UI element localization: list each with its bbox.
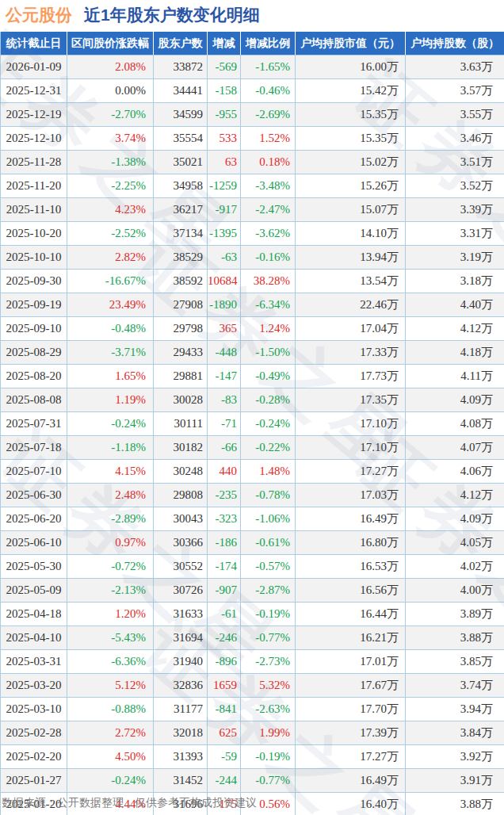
cell-avg-shares: 3.91万 [406, 769, 504, 793]
cell-avg-market-value: 16.40万 [296, 793, 406, 815]
cell-holder-count: 30726 [154, 579, 208, 603]
column-header-1: 区间股价涨跌幅 [67, 32, 154, 55]
table-header-row: 统计截止日区间股价涨跌幅股东户数增减增减比例户均持股市值（元）户均持股数（股） [1, 32, 504, 55]
cell-holder-count: 35554 [154, 127, 208, 151]
cell-change-ratio: -0.77% [241, 626, 296, 650]
cell-change: -917 [208, 198, 241, 222]
cell-avg-shares: 3.94万 [406, 698, 504, 721]
table-row: 2025-12-103.74%355545331.52%15.35万3.46万 [1, 127, 504, 151]
cell-holder-count: 31940 [154, 650, 208, 674]
cell-change: 365 [208, 317, 241, 341]
column-header-4: 增减比例 [241, 32, 296, 55]
column-header-5: 户均持股市值（元） [296, 32, 406, 55]
cell-date: 2025-05-09 [1, 579, 67, 603]
cell-avg-market-value: 16.80万 [296, 531, 406, 555]
cell-price-change: -16.67% [67, 270, 154, 293]
cell-price-change: -0.24% [67, 412, 154, 436]
cell-date: 2025-01-27 [1, 769, 67, 793]
cell-price-change: -2.13% [67, 579, 154, 603]
page-title: 公元股份近1年股东户数变化明细 [6, 4, 260, 26]
cell-date: 2025-07-31 [1, 412, 67, 436]
cell-avg-shares: 3.85万 [406, 650, 504, 674]
data-source-note: 数据来源：公开数据整理，仅供参考不构成投资建议 [2, 796, 257, 810]
cell-date: 2025-06-30 [1, 484, 67, 507]
cell-avg-shares: 3.63万 [406, 55, 504, 79]
cell-date: 2025-07-10 [1, 460, 67, 484]
cell-price-change: -2.52% [67, 222, 154, 246]
cell-holder-count: 29798 [154, 317, 208, 341]
cell-change-ratio: -0.16% [241, 246, 296, 270]
cell-price-change: 4.50% [67, 745, 154, 769]
cell-date: 2025-12-19 [1, 103, 67, 127]
table-row: 2025-04-10-5.43%31694-246-0.77%16.21万3.8… [1, 626, 504, 650]
cell-change-ratio: 1.48% [241, 460, 296, 484]
cell-date: 2025-11-20 [1, 174, 67, 198]
cell-change-ratio: -3.62% [241, 222, 296, 246]
cell-date: 2025-03-10 [1, 698, 67, 721]
cell-change-ratio: -2.73% [241, 650, 296, 674]
cell-date: 2025-04-18 [1, 603, 67, 626]
cell-holder-count: 34599 [154, 103, 208, 127]
shareholder-table: 统计截止日区间股价涨跌幅股东户数增减增减比例户均持股市值（元）户均持股数（股） … [0, 32, 504, 815]
cell-avg-market-value: 14.10万 [296, 222, 406, 246]
table-row: 2025-06-100.97%30366-186-0.61%16.80万4.05… [1, 531, 504, 555]
cell-price-change: 1.19% [67, 388, 154, 412]
table-row: 2025-07-31-0.24%30111-71-0.24%17.10万4.08… [1, 412, 504, 436]
cell-change: -63 [208, 246, 241, 270]
cell-holder-count: 29433 [154, 341, 208, 365]
cell-price-change: -2.25% [67, 174, 154, 198]
table-row: 2025-01-27-0.24%31452-244-0.77%16.49万3.9… [1, 769, 504, 793]
cell-date: 2025-11-28 [1, 151, 67, 174]
cell-change: 63 [208, 151, 241, 174]
cell-avg-shares: 4.07万 [406, 436, 504, 460]
cell-avg-shares: 4.06万 [406, 460, 504, 484]
cell-avg-shares: 4.02万 [406, 555, 504, 579]
cell-date: 2026-01-09 [1, 55, 67, 79]
cell-change: -71 [208, 412, 241, 436]
cell-avg-shares: 4.00万 [406, 579, 504, 603]
cell-holder-count: 38529 [154, 246, 208, 270]
cell-avg-market-value: 13.94万 [296, 246, 406, 270]
cell-date: 2025-12-31 [1, 79, 67, 103]
cell-price-change: -1.18% [67, 436, 154, 460]
table-row: 2025-09-10-0.48%297983651.24%17.04万4.12万 [1, 317, 504, 341]
cell-avg-market-value: 15.26万 [296, 174, 406, 198]
cell-date: 2025-03-31 [1, 650, 67, 674]
cell-holder-count: 38592 [154, 270, 208, 293]
cell-change: 533 [208, 127, 241, 151]
cell-holder-count: 34441 [154, 79, 208, 103]
cell-avg-market-value: 17.70万 [296, 698, 406, 721]
cell-change-ratio: -2.47% [241, 198, 296, 222]
cell-holder-count: 30366 [154, 531, 208, 555]
cell-avg-shares: 3.19万 [406, 246, 504, 270]
table-row: 2025-11-28-1.38%35021630.18%15.02万3.51万 [1, 151, 504, 174]
table-body: 2026-01-092.08%33872-569-1.65%16.00万3.63… [1, 55, 504, 815]
cell-change-ratio: 38.28% [241, 270, 296, 293]
table-row: 2025-03-205.12%3283616595.32%17.67万3.74万 [1, 674, 504, 698]
cell-holder-count: 37134 [154, 222, 208, 246]
cell-date: 2025-02-20 [1, 745, 67, 769]
cell-change: -235 [208, 484, 241, 507]
table-row: 2026-01-092.08%33872-569-1.65%16.00万3.63… [1, 55, 504, 79]
cell-date: 2025-09-19 [1, 293, 67, 317]
cell-change: -323 [208, 507, 241, 531]
cell-change: -1890 [208, 293, 241, 317]
cell-change-ratio: -0.22% [241, 436, 296, 460]
cell-change: -246 [208, 626, 241, 650]
cell-holder-count: 30248 [154, 460, 208, 484]
cell-holder-count: 33872 [154, 55, 208, 79]
cell-avg-market-value: 16.44万 [296, 603, 406, 626]
table-row: 2025-03-10-0.88%31177-841-2.63%17.70万3.9… [1, 698, 504, 721]
cell-avg-shares: 4.11万 [406, 365, 504, 388]
table-row: 2025-03-31-6.36%31940-896-2.73%17.01万3.8… [1, 650, 504, 674]
cell-avg-shares: 4.05万 [406, 531, 504, 555]
cell-price-change: -2.89% [67, 507, 154, 531]
cell-change: -1395 [208, 222, 241, 246]
cell-price-change: 3.74% [67, 127, 154, 151]
cell-change: 10684 [208, 270, 241, 293]
cell-avg-market-value: 17.67万 [296, 674, 406, 698]
cell-avg-shares: 4.08万 [406, 412, 504, 436]
cell-change-ratio: 0.18% [241, 151, 296, 174]
cell-holder-count: 30182 [154, 436, 208, 460]
cell-date: 2025-04-10 [1, 626, 67, 650]
